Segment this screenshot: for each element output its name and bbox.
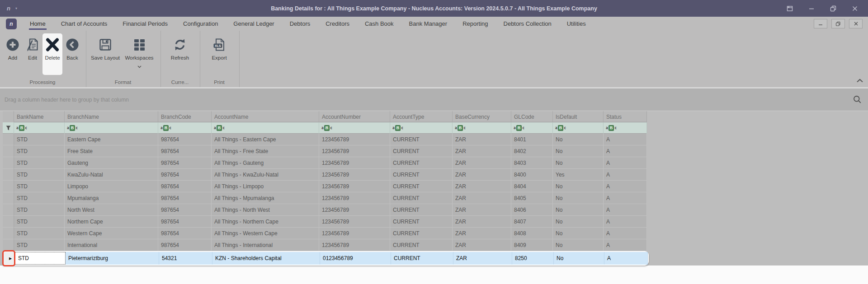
grid-cell[interactable]: 123456789 [319,181,390,192]
grid-cell[interactable]: 8402 [511,145,553,157]
row-indicator-cell[interactable] [3,181,14,192]
delete-button[interactable]: Delete [42,33,62,75]
row-indicator-cell[interactable]: ▶ [4,252,15,265]
child-minimize-button[interactable] [814,19,827,28]
dock-window-icon[interactable] [786,5,794,13]
grid-cell[interactable]: ZAR [453,169,511,181]
grid-cell[interactable]: All Things - Mpumalanga [212,192,319,204]
tab-home[interactable]: Home [22,17,53,31]
workspaces-button[interactable]: Workspaces [122,33,157,70]
export-button[interactable]: XLS Export [203,33,236,61]
grid-cell[interactable]: 8405 [511,192,553,204]
grid-cell[interactable]: A [604,239,647,251]
grid-cell[interactable]: A [604,228,647,239]
column-header-branchcode[interactable]: BranchCode [158,111,212,122]
grid-cell[interactable]: A [604,181,647,192]
grid-cell[interactable]: All Things - Limpopo [212,181,319,192]
grid-cell[interactable]: 8409 [511,239,553,251]
grid-cell[interactable]: CURRENT [390,169,453,181]
grid-cell[interactable]: All Things - Eastern Cape [212,134,319,145]
grid-cell[interactable]: All Things - Northern Cape [212,216,319,228]
grid-cell[interactable]: 8407 [511,216,553,228]
grid-cell[interactable]: ZAR [453,192,511,204]
grid-cell[interactable]: 123456789 [319,228,390,239]
column-header-isdefault[interactable]: IsDefault [553,111,604,122]
filter-cell-isdefault[interactable]: aBc [553,122,604,134]
row-indicator-cell[interactable] [3,239,14,251]
grid-cell[interactable]: No [554,252,604,265]
grid-cell[interactable]: 8403 [511,157,553,169]
restore-button[interactable] [829,5,837,13]
column-header-accountnumber[interactable]: AccountNumber [319,111,390,122]
table-row[interactable]: STDGauteng987654All Things - Gauteng1234… [3,157,647,169]
grid-cell[interactable]: 987654 [158,145,212,157]
grid-cell[interactable]: All Things - North West [212,204,319,216]
column-header-accountname[interactable]: AccountName [212,111,319,122]
edit-button[interactable]: Edit [23,33,42,61]
grid-cell[interactable]: All Things - Gauteng [212,157,319,169]
filter-row-indicator[interactable] [3,122,14,134]
grid-cell[interactable]: 8406 [511,204,553,216]
grid-cell[interactable]: ZAR [453,252,512,265]
table-row[interactable]: STDKwaZulu-Natal987654All Things - KwaZu… [3,169,647,181]
grid-cell[interactable]: STD [14,228,65,239]
grid-cell[interactable]: A [604,216,647,228]
grid-cell[interactable]: STD [14,134,65,145]
grid-cell[interactable]: Mpumalanga [65,192,158,204]
grid-cell[interactable]: A [604,134,647,145]
column-header-accounttype[interactable]: AccountType [390,111,453,122]
grid-cell[interactable]: CURRENT [390,181,453,192]
row-indicator-cell[interactable] [3,204,14,216]
grid-cell[interactable]: Northern Cape [65,216,158,228]
grid-cell[interactable]: KwaZulu-Natal [65,169,158,181]
grid-cell[interactable]: 123456789 [319,134,390,145]
grid-cell[interactable]: No [553,145,604,157]
grid-cell[interactable]: Free State [65,145,158,157]
grid-cell[interactable]: No [553,157,604,169]
table-row[interactable]: STDFree State987654All Things - Free Sta… [3,145,647,157]
grid-cell[interactable]: 123456789 [319,216,390,228]
grid-cell[interactable]: No [553,216,604,228]
column-header-status[interactable]: Status [604,111,647,122]
grid-cell[interactable]: ZAR [453,181,511,192]
grid-cell[interactable]: No [553,239,604,251]
minimize-button[interactable] [807,5,816,13]
child-restore-button[interactable] [831,19,845,28]
grid-cell[interactable]: A [604,157,647,169]
row-indicator-cell[interactable] [3,134,14,145]
grid-cell[interactable]: STD [15,252,66,265]
tab-general-ledger[interactable]: General Ledger [226,17,282,31]
grid-cell[interactable]: ZAR [453,157,511,169]
grid-cell[interactable]: ZAR [453,228,511,239]
grid-cell[interactable]: STD [14,157,65,169]
row-indicator-cell[interactable] [3,157,14,169]
grid-cell[interactable]: 123456789 [319,157,390,169]
grid-cell[interactable]: CURRENT [390,157,453,169]
grid-cell[interactable]: ZAR [453,134,511,145]
close-button[interactable] [851,5,859,13]
column-header-bankname[interactable]: BankName [14,111,65,122]
grid-cell[interactable]: A [604,192,647,204]
tab-financial-periods[interactable]: Financial Periods [115,17,175,31]
grid-cell[interactable]: 987654 [158,169,212,181]
tab-cash-book[interactable]: Cash Book [357,17,401,31]
grid-cell[interactable]: KZN - Shareholders Capital [212,252,320,265]
grid-cell[interactable]: A [604,145,647,157]
tab-debtors-collection[interactable]: Debtors Collection [496,17,559,31]
grid-cell[interactable]: Gauteng [65,157,158,169]
row-indicator-cell[interactable] [3,216,14,228]
grid-cell[interactable]: CURRENT [391,252,453,265]
column-header-glcode[interactable]: GLCode [511,111,553,122]
table-row[interactable]: STDInternational987654All Things - Inter… [3,239,647,251]
grid-cell[interactable]: 987654 [158,239,212,251]
filter-cell-basecurrency[interactable]: aBc [453,122,511,134]
save-layout-button[interactable]: Save Layout [89,33,122,61]
grid-cell[interactable]: ZAR [453,204,511,216]
grid-cell[interactable]: STD [14,204,65,216]
table-row[interactable]: STDMpumalanga987654All Things - Mpumalan… [3,192,647,204]
add-button[interactable]: Add [3,33,23,61]
row-indicator-cell[interactable] [3,169,14,181]
grid-cell[interactable]: No [553,228,604,239]
tab-creditors[interactable]: Creditors [318,17,357,31]
grid-cell[interactable]: STD [14,192,65,204]
